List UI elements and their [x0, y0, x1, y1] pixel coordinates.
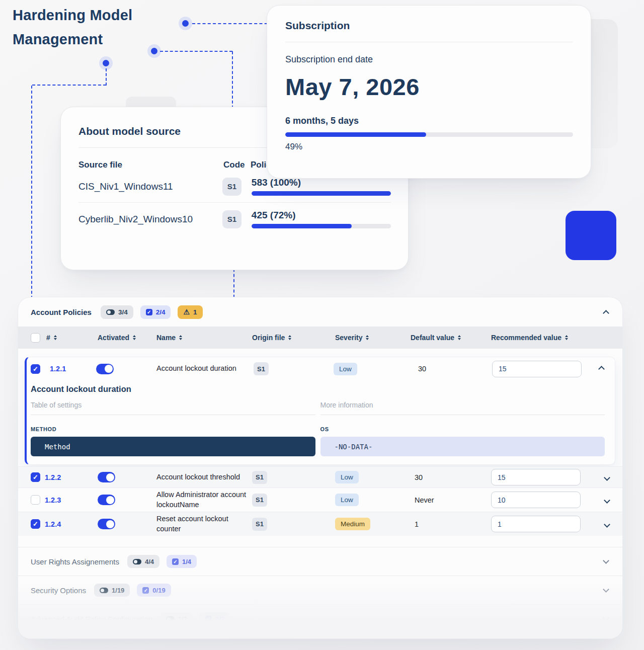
section-security-options[interactable]: Security Options 1/19 ✓ 0/19	[18, 576, 622, 604]
checkbox-icon: ✓	[142, 587, 149, 594]
page: Hardening Model Management About model s…	[0, 0, 644, 650]
default-value: Never	[411, 496, 491, 504]
toggle-icon	[133, 559, 141, 564]
connector-line	[32, 85, 106, 86]
recommended-value-input[interactable]	[491, 516, 581, 532]
policy-number: 1.2.4	[45, 520, 98, 528]
activated-count-badge: 1/2	[160, 612, 193, 625]
select-all-checkbox[interactable]	[31, 333, 40, 343]
activated-toggle[interactable]	[98, 472, 115, 482]
expanded-policy-row: ✓ 1.2.1 Account lockout duration S1 Low …	[25, 357, 615, 465]
subscription-percent-label: 49%	[285, 142, 573, 152]
policy-name: Account lockout threshold	[156, 472, 252, 482]
column-header-recommended[interactable]: Recommended value	[491, 334, 597, 342]
activated-count-badge: 1/19	[94, 584, 130, 597]
table-row: ✓ 1.2.1 Account lockout duration S1 Low …	[27, 357, 615, 380]
warning-icon: ⚠	[183, 308, 190, 315]
policy-number: 1.2.3	[45, 496, 98, 504]
subscription-remaining-time: 6 months, 5 days	[285, 116, 573, 126]
connector-line	[160, 51, 232, 52]
column-header-default[interactable]: Default value	[411, 334, 491, 342]
subscription-progress-bar	[285, 132, 573, 137]
collapse-row-chevron[interactable]	[599, 364, 607, 373]
account-policies-panel: Account Policies 3/4 ✓ 2/4 ⚠ 1 # Activat	[18, 297, 623, 639]
origin-file-badge: S1	[252, 494, 267, 507]
source-file-column-header: Source file	[78, 160, 223, 170]
expand-row-chevron[interactable]	[605, 496, 612, 505]
os-field-label: OS	[320, 426, 605, 432]
row-checkbox[interactable]: ✓	[31, 472, 40, 482]
column-header-severity[interactable]: Severity	[335, 334, 411, 342]
tab-table-of-settings[interactable]: Table of settings	[31, 401, 315, 415]
default-value: 1	[411, 520, 491, 528]
activated-toggle[interactable]	[98, 495, 115, 505]
distribution-value: 425 (72%)	[252, 210, 391, 221]
recommended-value-input[interactable]	[491, 469, 581, 485]
subscription-card: Subscription Subscription end date May 7…	[267, 5, 591, 179]
expand-section-chevron[interactable]	[603, 557, 609, 564]
row-checkbox[interactable]	[31, 495, 40, 505]
selected-count-badge: ✓ 2/4	[140, 305, 171, 319]
column-header-activated[interactable]: Activated	[98, 334, 156, 342]
expand-section-chevron[interactable]	[603, 615, 609, 621]
default-value: 30	[411, 473, 491, 481]
sort-icon	[133, 335, 136, 341]
code-column-header: Code	[223, 160, 251, 170]
subscription-end-date-label: Subscription end date	[285, 54, 573, 65]
severity-badge: Medium	[335, 518, 370, 530]
row-checkbox[interactable]: ✓	[31, 364, 40, 374]
checkbox-icon: ✓	[172, 558, 179, 565]
connector-line	[106, 68, 107, 86]
severity-badge: Low	[334, 363, 357, 375]
method-field[interactable]: Method	[31, 437, 315, 456]
origin-file-badge: S1	[252, 518, 267, 531]
subscription-card-title: Subscription	[285, 20, 573, 32]
activated-toggle[interactable]	[96, 364, 114, 374]
account-policies-header[interactable]: Account Policies 3/4 ✓ 2/4 ⚠ 1	[18, 297, 622, 327]
activated-count-badge: 4/4	[127, 555, 159, 568]
policy-detail-title: Account lockout duration	[31, 384, 605, 394]
source-file-name: Cyberlib_Niv2_Windows10	[78, 214, 222, 225]
page-title: Hardening Model Management	[13, 3, 132, 51]
recommended-value-input[interactable]	[491, 492, 581, 508]
source-row: Cyberlib_Niv2_Windows10 S1 425 (72%)	[78, 202, 391, 235]
decorative-blue-square	[566, 211, 616, 260]
sort-icon	[179, 335, 182, 341]
column-header-origin[interactable]: Origin file	[252, 334, 335, 342]
warning-count-badge: ⚠ 1	[178, 305, 202, 319]
tab-more-information[interactable]: More information	[320, 401, 605, 415]
expand-row-chevron[interactable]	[605, 473, 612, 482]
connector-line	[31, 86, 32, 299]
connector-line	[192, 23, 273, 24]
policy-name: Allow Administrator account lockoutName	[156, 490, 252, 510]
row-checkbox[interactable]: ✓	[31, 519, 40, 529]
connector-dot-1	[182, 20, 189, 27]
toggle-icon	[166, 616, 175, 622]
table-header-row: # Activated Name Origin file Severity De…	[18, 327, 622, 349]
source-file-name: CIS_Niv1_Windows11	[78, 181, 222, 192]
expand-row-chevron[interactable]	[605, 520, 612, 529]
default-value: 30	[414, 365, 492, 373]
severity-badge: Low	[335, 494, 359, 506]
recommended-value-input[interactable]	[492, 361, 582, 377]
collapse-section-chevron[interactable]	[603, 310, 609, 316]
checkbox-icon: ✓	[205, 616, 212, 622]
sort-icon	[54, 335, 57, 341]
section-advanced-audit-policy-configuration[interactable]: Advanced Audit Policy Configuration 1/2 …	[18, 604, 622, 633]
policy-name: Account lockout duration	[156, 364, 254, 374]
selected-count-badge: ✓ 0/2	[200, 612, 230, 625]
policy-detail-panel: Account lockout duration Table of settin…	[27, 380, 615, 464]
column-header-num[interactable]: #	[45, 334, 98, 342]
divider	[285, 42, 573, 42]
method-field-label: METHOD	[31, 426, 315, 432]
expand-section-chevron[interactable]	[603, 586, 609, 593]
distribution-value: 583 (100%)	[252, 177, 391, 188]
column-header-name[interactable]: Name	[156, 334, 252, 342]
activated-toggle[interactable]	[98, 519, 115, 529]
section-user-rights-assignements[interactable]: User Rights Assignements 4/4 ✓ 1/4	[18, 547, 622, 576]
sort-icon	[458, 335, 461, 341]
origin-file-badge: S1	[252, 471, 267, 484]
os-field[interactable]: -NO-DATA-	[320, 437, 605, 456]
source-code-badge: S1	[222, 210, 242, 228]
selected-count-badge: ✓ 1/4	[167, 555, 197, 568]
